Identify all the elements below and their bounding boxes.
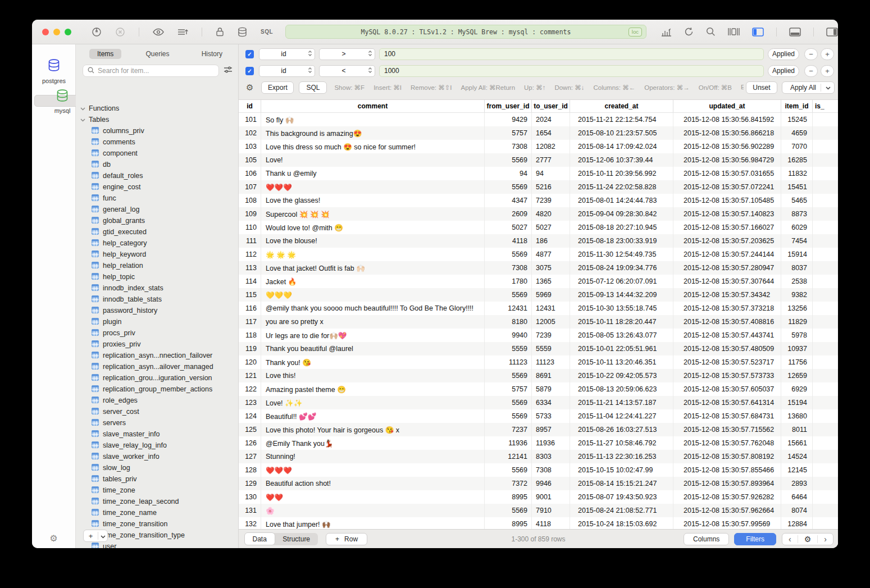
sidebar-table-item[interactable]: server_cost <box>76 406 238 417</box>
cell-is[interactable] <box>813 261 838 275</box>
cell-updated-at[interactable]: 2015-12-08 15:30:57.808192 <box>673 450 781 463</box>
cell-is[interactable] <box>813 207 838 221</box>
table-row[interactable]: 115 💛💛💛 5569 5969 2015-09-13 14:44:32.20… <box>239 288 838 302</box>
cell-item-id[interactable]: 6929 <box>781 382 813 396</box>
cell-is[interactable] <box>813 382 838 396</box>
cell-item-id[interactable]: 7070 <box>781 140 813 153</box>
table-row[interactable]: 126 @Emily Thank you💃🏾 11936 11936 2015-… <box>239 436 838 450</box>
cell-to-user-id[interactable]: 4877 <box>532 248 570 261</box>
sidebar-table-item[interactable]: general_log <box>76 204 238 215</box>
cell-updated-at[interactable]: 2015-12-08 15:30:57.573733 <box>673 369 781 382</box>
table-row[interactable]: 122 Amazing pastel theme 😁 5757 5879 201… <box>239 382 838 396</box>
cell-item-id[interactable]: 12884 <box>781 517 813 529</box>
table-row[interactable]: 127 Stunning! 12141 8303 2015-11-13 22:3… <box>239 450 838 463</box>
cell-is[interactable] <box>813 477 838 490</box>
cell-comment[interactable]: Love this! <box>261 369 485 382</box>
cell-from-user-id[interactable]: 5757 <box>485 126 532 140</box>
cell-id[interactable]: 118 <box>239 329 261 342</box>
cell-updated-at[interactable]: 2015-12-08 15:30:57.244144 <box>673 248 781 261</box>
cell-to-user-id[interactable]: 12431 <box>532 302 570 315</box>
cell-item-id[interactable]: 14524 <box>781 450 813 463</box>
sidebar-table-item[interactable]: password_history <box>76 305 238 316</box>
cell-updated-at[interactable]: 2015-12-08 15:30:57.105485 <box>673 194 781 207</box>
cell-id[interactable]: 128 <box>239 463 261 477</box>
cell-to-user-id[interactable]: 2024 <box>532 113 570 126</box>
sidebar-table-item[interactable]: tables_priv <box>76 473 238 485</box>
cell-id[interactable]: 126 <box>239 436 261 450</box>
cell-updated-at[interactable]: 2015-12-08 15:30:57.99569 <box>673 517 781 529</box>
cell-from-user-id[interactable]: 12431 <box>485 302 532 315</box>
table-row[interactable]: 108 Love the glasses! 4347 7239 2015-08-… <box>239 194 838 207</box>
sidebar-table-item[interactable]: columns_priv <box>76 125 238 136</box>
cell-item-id[interactable]: 11832 <box>781 167 813 180</box>
cell-id[interactable]: 121 <box>239 369 261 382</box>
cell-comment[interactable]: Love that jacket! Outfit is fab 🙌🏻 <box>261 261 485 275</box>
cell-item-id[interactable]: 8074 <box>781 504 813 517</box>
cell-comment[interactable]: Jacket 🔥 <box>261 275 485 288</box>
unset-button[interactable]: Unset <box>746 81 777 94</box>
cell-from-user-id[interactable]: 1780 <box>485 275 532 288</box>
table-row[interactable]: 105 Love! 5569 2777 2015-12-06 10:37:39.… <box>239 153 838 167</box>
cell-created-at[interactable]: 2015-11-13 22:30:16.253 <box>570 450 673 463</box>
cell-to-user-id[interactable]: 1365 <box>532 275 570 288</box>
filter-column-select[interactable]: id <box>259 65 315 77</box>
cell-is[interactable] <box>813 342 838 355</box>
cell-comment[interactable]: Love! ✨✨ <box>261 396 485 409</box>
cell-is[interactable] <box>813 126 838 140</box>
cell-from-user-id[interactable]: 4347 <box>485 194 532 207</box>
cell-from-user-id[interactable]: 5569 <box>485 369 532 382</box>
watch-icon[interactable] <box>153 28 164 36</box>
sidebar-table-item[interactable]: innodb_index_stats <box>76 282 238 294</box>
sidebar-table-item[interactable]: innodb_table_stats <box>76 294 238 305</box>
table-row[interactable]: 113 Love that jacket! Outfit is fab 🙌🏻 7… <box>239 261 838 275</box>
cell-item-id[interactable]: 2893 <box>781 477 813 490</box>
cell-item-id[interactable]: 8873 <box>781 207 813 221</box>
cell-created-at[interactable]: 2015-08-26 16:03:27.513 <box>570 423 673 436</box>
cell-is[interactable] <box>813 302 838 315</box>
cell-created-at[interactable]: 2015-07-12 06:20:07.091 <box>570 275 673 288</box>
cell-from-user-id[interactable]: 5569 <box>485 463 532 477</box>
cell-comment[interactable]: you are so pretty x <box>261 315 485 329</box>
table-row[interactable]: 116 @emily thank you soooo much beautifu… <box>239 302 838 315</box>
cell-from-user-id[interactable]: 11123 <box>485 355 532 369</box>
cell-to-user-id[interactable]: 9001 <box>532 490 570 504</box>
add-filter-button[interactable]: + <box>821 48 834 60</box>
sidebar-table-item[interactable]: time_zone <box>76 485 238 496</box>
minimize-window-button[interactable] <box>53 29 60 35</box>
cell-from-user-id[interactable]: 7372 <box>485 477 532 490</box>
filter-settings-gear-icon[interactable]: ⚙ <box>246 83 253 93</box>
cell-item-id[interactable]: 7454 <box>781 234 813 248</box>
sidebar-table-item[interactable]: time_zone_name <box>76 507 238 518</box>
cell-to-user-id[interactable]: 3075 <box>532 261 570 275</box>
cell-item-id[interactable]: 15245 <box>781 113 813 126</box>
cell-created-at[interactable]: 2015-08-14 17:09:42.024 <box>570 140 673 153</box>
cell-from-user-id[interactable]: 12141 <box>485 450 532 463</box>
cell-from-user-id[interactable]: 5569 <box>485 409 532 423</box>
search-input[interactable]: Search for item... <box>83 65 219 77</box>
table-row[interactable]: 114 Jacket 🔥 1780 1365 2015-07-12 06:20:… <box>239 275 838 288</box>
cell-to-user-id[interactable]: 8691 <box>532 369 570 382</box>
cell-created-at[interactable]: 2015-12-06 10:37:39.44 <box>570 153 673 167</box>
cell-is[interactable] <box>813 463 838 477</box>
cell-created-at[interactable]: 2015-09-13 14:44:32.209 <box>570 288 673 302</box>
table-row[interactable]: 107 ❤️❤️❤️ 5569 5216 2015-11-24 22:02:58… <box>239 180 838 194</box>
cell-created-at[interactable]: 2015-08-05 13:26:43.077 <box>570 329 673 342</box>
cell-from-user-id[interactable]: 5569 <box>485 180 532 194</box>
cell-id[interactable]: 129 <box>239 477 261 490</box>
cell-id[interactable]: 101 <box>239 113 261 126</box>
cell-updated-at[interactable]: 2015-12-08 15:30:57.307644 <box>673 275 781 288</box>
cell-comment[interactable]: Love the blouse! <box>261 234 485 248</box>
cell-item-id[interactable]: 5465 <box>781 194 813 207</box>
cell-from-user-id[interactable]: 11936 <box>485 436 532 450</box>
cell-from-user-id[interactable]: 5559 <box>485 342 532 355</box>
cell-is[interactable] <box>813 315 838 329</box>
cell-comment[interactable]: Supercool 💥 💥 💥 <box>261 207 485 221</box>
sidebar-table-item[interactable]: plugin <box>76 316 238 327</box>
toggle-right-panel-icon[interactable] <box>826 28 838 37</box>
cell-comment[interactable]: So fly 🙌🏼 <box>261 113 485 126</box>
cell-to-user-id[interactable]: 5969 <box>532 288 570 302</box>
cell-item-id[interactable]: 13680 <box>781 409 813 423</box>
cell-to-user-id[interactable]: 5879 <box>532 382 570 396</box>
cell-created-at[interactable]: 2015-10-01 22:05:51.961 <box>570 342 673 355</box>
center-layout-icon[interactable] <box>728 28 740 36</box>
